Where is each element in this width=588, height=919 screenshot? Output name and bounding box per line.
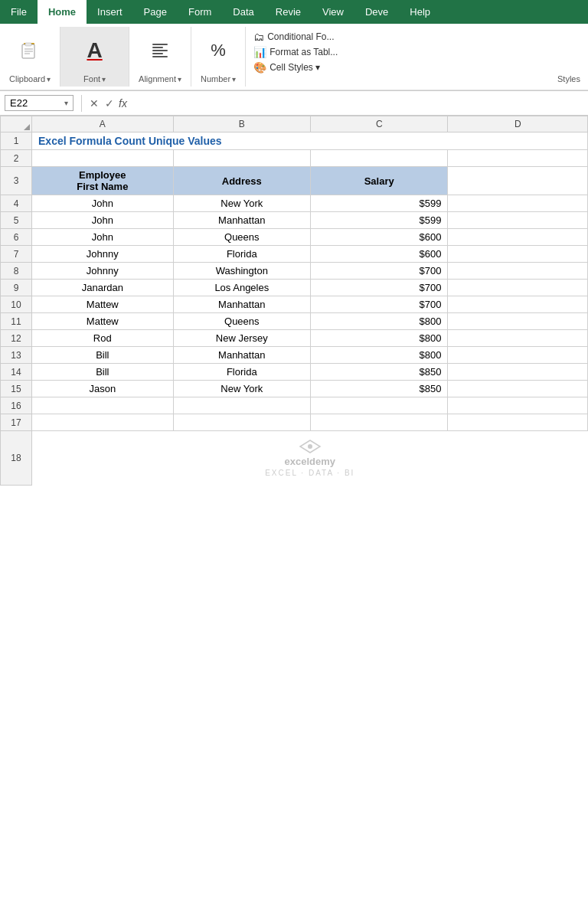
- cell-salary-5[interactable]: $599: [311, 212, 448, 229]
- row-num-17[interactable]: 17: [1, 414, 32, 431]
- header-salary[interactable]: Salary: [311, 167, 448, 195]
- cell-address-7[interactable]: Florida: [173, 246, 310, 263]
- cell-d6[interactable]: [448, 229, 588, 246]
- row-num-1[interactable]: 1: [1, 132, 32, 150]
- cell-name-13[interactable]: Bill: [32, 347, 174, 364]
- conditional-format-item[interactable]: 🗂 Conditional Fo...: [253, 30, 580, 44]
- col-header-d[interactable]: D: [448, 116, 588, 132]
- col-header-b[interactable]: B: [173, 116, 310, 132]
- cell-name-4[interactable]: John: [32, 195, 174, 212]
- cell-d2[interactable]: [448, 150, 588, 167]
- cell-d17[interactable]: [448, 414, 588, 431]
- cell-d7[interactable]: [448, 246, 588, 263]
- cell-salary-8[interactable]: $700: [311, 263, 448, 280]
- header-address[interactable]: Address: [173, 167, 310, 195]
- cell-salary-13[interactable]: $800: [311, 347, 448, 364]
- cell-b16[interactable]: [173, 397, 310, 414]
- select-all-button[interactable]: [1, 116, 32, 132]
- row-num-11[interactable]: 11: [1, 313, 32, 330]
- cell-c16[interactable]: [311, 397, 448, 414]
- title-cell[interactable]: Excel Formula Count Unique Values: [32, 132, 588, 150]
- row-num-10[interactable]: 10: [1, 296, 32, 313]
- col-header-c[interactable]: C: [311, 116, 448, 132]
- tab-page[interactable]: Page: [133, 0, 178, 24]
- cell-name-10[interactable]: Mattew: [32, 296, 174, 313]
- cell-name-8[interactable]: Johnny: [32, 263, 174, 280]
- cell-d16[interactable]: [448, 397, 588, 414]
- cell-d8[interactable]: [448, 263, 588, 280]
- row-num-12[interactable]: 12: [1, 330, 32, 347]
- row-num-15[interactable]: 15: [1, 381, 32, 397]
- tab-form[interactable]: Form: [178, 0, 222, 24]
- header-name[interactable]: EmployeeFirst Name: [32, 167, 174, 195]
- cell-salary-11[interactable]: $800: [311, 313, 448, 330]
- row-num-5[interactable]: 5: [1, 212, 32, 229]
- cell-d12[interactable]: [448, 330, 588, 347]
- cell-address-6[interactable]: Queens: [173, 229, 310, 246]
- cell-name-7[interactable]: Johnny: [32, 246, 174, 263]
- cell-address-8[interactable]: Washington: [173, 263, 310, 280]
- tab-developer[interactable]: Deve: [354, 0, 399, 24]
- cell-salary-7[interactable]: $600: [311, 246, 448, 263]
- cell-address-15[interactable]: New York: [173, 381, 310, 397]
- tab-insert[interactable]: Insert: [87, 0, 133, 24]
- cell-b17[interactable]: [173, 414, 310, 431]
- cell-address-11[interactable]: Queens: [173, 313, 310, 330]
- cell-address-9[interactable]: Los Angeles: [173, 280, 310, 296]
- cell-salary-12[interactable]: $800: [311, 330, 448, 347]
- cell-address-5[interactable]: Manhattan: [173, 212, 310, 229]
- cell-name-15[interactable]: Jason: [32, 381, 174, 397]
- name-box[interactable]: E22 ▾: [5, 95, 74, 111]
- row-num-8[interactable]: 8: [1, 263, 32, 280]
- tab-home[interactable]: Home: [38, 0, 87, 24]
- format-as-table-item[interactable]: 📊 Format as Tabl...: [253, 45, 580, 59]
- cancel-icon[interactable]: ✕: [90, 97, 99, 110]
- cell-d14[interactable]: [448, 364, 588, 381]
- cell-d4[interactable]: [448, 195, 588, 212]
- tab-help[interactable]: Help: [399, 0, 441, 24]
- tab-file[interactable]: File: [0, 0, 38, 24]
- cell-c17[interactable]: [311, 414, 448, 431]
- row-num-14[interactable]: 14: [1, 364, 32, 381]
- paste-icon[interactable]: [18, 38, 42, 63]
- cell-address-14[interactable]: Florida: [173, 364, 310, 381]
- cell-d3[interactable]: [448, 167, 588, 195]
- tab-data[interactable]: Data: [222, 0, 264, 24]
- cell-a17[interactable]: [32, 414, 174, 431]
- cell-d13[interactable]: [448, 347, 588, 364]
- formula-input[interactable]: [132, 96, 583, 110]
- cell-address-10[interactable]: Manhattan: [173, 296, 310, 313]
- percent-icon[interactable]: %: [206, 38, 230, 63]
- cell-b2[interactable]: [173, 150, 310, 167]
- cell-salary-14[interactable]: $850: [311, 364, 448, 381]
- cell-name-6[interactable]: John: [32, 229, 174, 246]
- cell-salary-4[interactable]: $599: [311, 195, 448, 212]
- row-num-3[interactable]: 3: [1, 167, 32, 195]
- cell-salary-6[interactable]: $600: [311, 229, 448, 246]
- cell-salary-15[interactable]: $850: [311, 381, 448, 397]
- cell-d11[interactable]: [448, 313, 588, 330]
- row-num-13[interactable]: 13: [1, 347, 32, 364]
- cell-d5[interactable]: [448, 212, 588, 229]
- cell-name-14[interactable]: Bill: [32, 364, 174, 381]
- row-num-7[interactable]: 7: [1, 246, 32, 263]
- row-num-18[interactable]: 18: [1, 431, 32, 486]
- cell-a16[interactable]: [32, 397, 174, 414]
- cell-d10[interactable]: [448, 296, 588, 313]
- cell-d15[interactable]: [448, 381, 588, 397]
- tab-review[interactable]: Revie: [265, 0, 312, 24]
- cell-d9[interactable]: [448, 280, 588, 296]
- font-a-icon[interactable]: A: [83, 38, 107, 63]
- col-header-a[interactable]: A: [32, 116, 174, 132]
- tab-view[interactable]: View: [312, 0, 354, 24]
- cell-name-11[interactable]: Mattew: [32, 313, 174, 330]
- row-num-6[interactable]: 6: [1, 229, 32, 246]
- row-num-16[interactable]: 16: [1, 397, 32, 414]
- cell-styles-item[interactable]: 🎨 Cell Styles ▾: [253, 61, 580, 74]
- cell-address-13[interactable]: Manhattan: [173, 347, 310, 364]
- cell-salary-9[interactable]: $700: [311, 280, 448, 296]
- row-num-4[interactable]: 4: [1, 195, 32, 212]
- cell-salary-10[interactable]: $700: [311, 296, 448, 313]
- cell-name-12[interactable]: Rod: [32, 330, 174, 347]
- cell-address-12[interactable]: New Jersey: [173, 330, 310, 347]
